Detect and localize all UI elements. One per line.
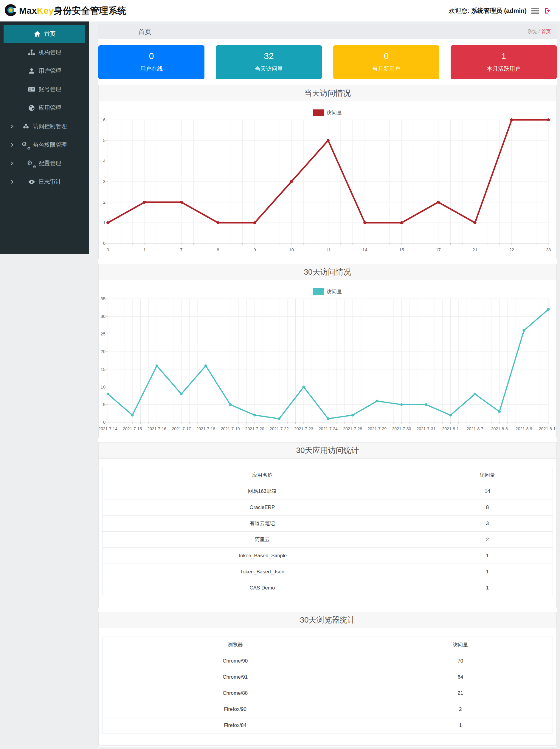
breadcrumb-root-link[interactable]: 系统: [528, 29, 537, 34]
page-title: 首页: [138, 27, 151, 36]
table-cell: Chrome/88: [103, 685, 368, 701]
table-cell: OracleERP: [103, 499, 422, 516]
y-tick-label: 0: [103, 241, 106, 246]
x-tick-label: 11: [326, 247, 331, 252]
table-row: Token_Based_Json1: [103, 564, 553, 580]
data-point: [327, 139, 330, 142]
table-cell: 有道云笔记: [103, 516, 422, 532]
table-row: Chrome/9164: [103, 669, 553, 685]
table-cell: 3: [422, 516, 553, 532]
data-point: [351, 414, 354, 416]
x-tick-label: 9: [253, 247, 256, 252]
x-tick-label: 10: [289, 247, 294, 252]
data-point: [547, 119, 550, 121]
legend-label: 访问量: [327, 288, 342, 295]
table-cell: Token_Based_Simple: [103, 548, 422, 564]
data-point: [327, 418, 330, 420]
table-cell: 1: [422, 548, 553, 564]
table-header-row: 浏览器访问量: [103, 637, 553, 653]
table-cell: 2: [368, 701, 553, 718]
sidebar-item-label: 配置管理: [39, 159, 61, 167]
x-tick-label: 2021-8-8: [491, 426, 508, 431]
data-point: [437, 201, 440, 204]
y-tick-label: 5: [103, 138, 106, 143]
breadcrumb-current[interactable]: 首页: [541, 29, 551, 34]
stat-card-label: 用户在线: [98, 65, 204, 73]
data-point: [547, 308, 550, 311]
legend-swatch: [313, 288, 324, 295]
data-point: [106, 221, 109, 224]
sidebar-item-home[interactable]: 首页: [4, 25, 85, 43]
y-tick-label: 6: [103, 117, 106, 122]
sidebar-item-label: 访问控制管理: [33, 123, 67, 130]
sidebar-item-role[interactable]: ⚙⚙角色权限管理: [4, 136, 85, 154]
stat-card: 0当月新用户: [333, 45, 439, 79]
x-tick-label: 17: [436, 247, 441, 252]
sidebar-item-account[interactable]: 账号管理: [4, 80, 85, 99]
x-tick-label: 2021-7-14: [99, 426, 117, 431]
x-tick-label: 2021-7-20: [245, 426, 264, 431]
column-header: 访问量: [422, 467, 553, 483]
menu-toggle-icon[interactable]: [531, 7, 539, 14]
sidebar-item-access[interactable]: 访问控制管理: [4, 117, 85, 136]
table-app-visits-wrap: 应用名称访问量网易163邮箱14OracleERP8有道云笔记3阿里云2Toke…: [99, 458, 556, 608]
sidebar-item-config[interactable]: ⚙⚙配置管理: [4, 154, 85, 173]
x-tick-label: 2021-7-24: [319, 426, 338, 431]
column-header: 应用名称: [103, 467, 422, 483]
sidebar-item-audit[interactable]: 日志审计: [4, 173, 85, 191]
sidebar-item-label: 首页: [44, 30, 56, 38]
sidebar-item-app[interactable]: 应用管理: [4, 99, 85, 117]
stat-card-label: 本月活跃用户: [451, 65, 557, 73]
column-header: 访问量: [368, 637, 553, 653]
stat-card: 32当天访问量: [216, 45, 322, 79]
table-cell: 21: [368, 685, 553, 701]
x-tick-label: 2021-8-10: [539, 426, 556, 431]
y-tick-label: 10: [100, 384, 106, 389]
y-tick-label: 35: [100, 296, 106, 301]
data-point: [363, 221, 366, 224]
sidebar-item-label: 应用管理: [39, 104, 61, 112]
stat-card-value: 32: [216, 45, 322, 61]
table-cell: Chrome/91: [103, 669, 368, 685]
x-tick-label: 2021-7-29: [367, 426, 386, 431]
stat-card: 0用户在线: [98, 45, 204, 79]
box-title: 当天访问情况: [99, 85, 556, 101]
data-point: [217, 221, 220, 224]
stat-card-value: 0: [98, 45, 204, 61]
x-tick-label: 2021-8-9: [516, 426, 532, 431]
x-tick-label: 2021-7-19: [221, 426, 240, 431]
y-tick-label: 4: [103, 158, 106, 164]
sidebar: 首页机构管理用户管理账号管理应用管理访问控制管理⚙⚙角色权限管理⚙⚙配置管理日志…: [0, 21, 89, 254]
box-title: 30天应用访问统计: [99, 443, 556, 458]
stat-card-value: 0: [333, 45, 439, 61]
table-browser-stats-wrap: 浏览器访问量Chrome/9070Chrome/9164Chrome/8821F…: [99, 628, 556, 745]
y-tick-label: 20: [100, 349, 106, 354]
data-point: [180, 201, 183, 204]
box-title: 30天浏览器统计: [99, 612, 556, 628]
gears-icon: ⚙⚙: [22, 141, 30, 149]
sidebar-item-org[interactable]: 机构管理: [4, 43, 85, 62]
stat-card-value: 1: [451, 45, 557, 61]
x-tick-label: 14: [362, 247, 367, 252]
table-cell: Firefox/90: [103, 701, 368, 718]
breadcrumb-separator: /: [539, 29, 540, 34]
chevron-right-icon: [10, 179, 14, 184]
logout-icon[interactable]: [544, 7, 551, 14]
y-tick-label: 3: [103, 179, 106, 184]
data-point: [425, 403, 427, 406]
table-row: Chrome/8821: [103, 685, 553, 701]
data-point: [290, 180, 293, 183]
welcome-text: 欢迎您: 系统管理员 (admin): [449, 6, 527, 15]
dashboard-boxes: 当天访问情况访问量012345601789101114151721222330天…: [98, 85, 557, 746]
data-point: [474, 221, 476, 224]
maxkey-logo-icon: [4, 4, 17, 18]
x-tick-label: 0: [107, 247, 109, 252]
sidebar-item-user[interactable]: 用户管理: [4, 62, 85, 80]
table-cell: 8: [422, 499, 553, 516]
sitemap-icon: [28, 49, 36, 56]
brand: MaxKey身份安全管理系统: [4, 4, 126, 18]
table-cell: 1: [422, 564, 553, 580]
main-content: 首页 系统/首页 0用户在线32当天访问量0当月新用户1本月活跃用户 当天访问情…: [98, 24, 557, 747]
data-point: [107, 393, 109, 395]
table-row: CAS Demo1: [103, 580, 553, 596]
